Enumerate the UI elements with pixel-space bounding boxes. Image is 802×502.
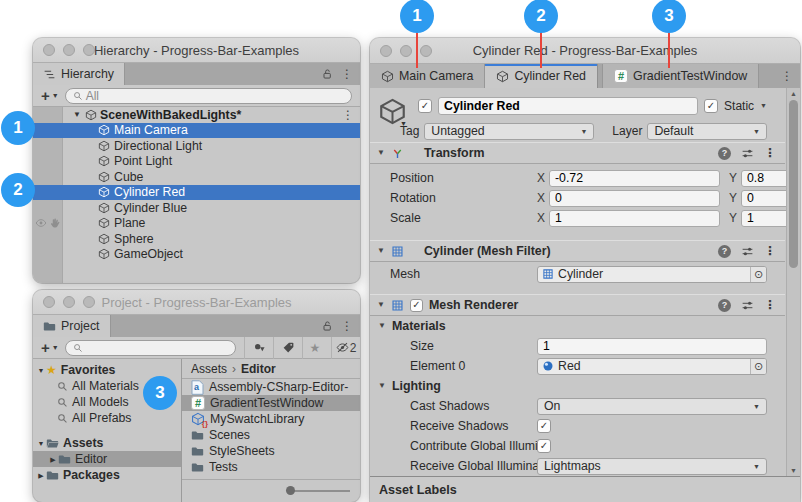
hierarchy-item-sphere[interactable]: Sphere [33,231,360,247]
materials-foldout[interactable]: ▼ Materials [370,316,785,336]
breadcrumb-editor[interactable]: Editor [241,362,276,376]
presets-icon[interactable] [741,245,754,258]
hidden-packages-toggle[interactable]: 2 [331,337,360,359]
close-window-button[interactable] [380,45,392,57]
file-row-gradienttestwindow[interactable]: # GradientTestWindow [182,395,360,411]
component-menu-icon[interactable]: ⋮ [764,245,776,257]
folder-row-packages[interactable]: ▶ Packages [33,467,181,483]
zoom-window-button[interactable] [420,45,432,57]
static-checkbox[interactable]: ✓ [704,99,718,113]
object-picker-icon[interactable]: ⊙ [750,267,766,282]
tab-main-camera[interactable]: Main Camera [370,64,485,88]
foldout-icon[interactable]: ▼ [36,440,46,447]
help-icon[interactable]: ? [718,299,731,312]
minimize-window-button[interactable] [63,44,75,56]
minimize-window-button[interactable] [63,296,75,308]
foldout-icon[interactable]: ▼ [36,367,46,374]
component-menu-icon[interactable]: ⋮ [764,147,776,159]
presets-icon[interactable] [741,147,754,160]
position-x-field[interactable] [549,170,720,187]
foldout-icon[interactable]: ▼ [377,301,385,309]
cast-shadows-dropdown[interactable]: On ▼ [537,398,767,415]
folder-row-editor[interactable]: ▶ Editor [33,451,181,467]
hierarchy-item-gameobject[interactable]: GameObject [33,247,360,263]
foldout-icon[interactable]: ▼ [377,247,385,255]
hierarchy-item-plane[interactable]: Plane [33,216,360,232]
create-asset-button[interactable]: + [41,340,50,355]
active-checkbox[interactable]: ✓ [418,99,432,113]
search-by-label-button[interactable] [273,337,302,359]
inspector-titlebar[interactable]: Cylinder Red - Progress-Bar-Examples [370,38,800,64]
scene-menu-icon[interactable]: ⋮ [342,109,354,121]
hierarchy-item-cylinder-red[interactable]: Cylinder Red [33,185,360,201]
tab-gradienttestwindow[interactable]: # GradientTestWindow [602,64,759,88]
rotation-x-field[interactable] [549,190,720,207]
receive-gi-dropdown[interactable]: Lightmaps ▼ [537,458,767,475]
search-by-type-button[interactable] [244,337,273,359]
create-object-caret-icon[interactable]: ▼ [52,92,59,99]
create-object-button[interactable]: + [41,88,50,103]
close-window-button[interactable] [43,296,55,308]
breadcrumb-assets[interactable]: Assets [191,362,227,376]
scroll-down-icon[interactable]: ▼ [790,467,797,474]
file-row-myswatchlibrary[interactable]: {} MySwatchLibrary [182,411,360,427]
tag-dropdown[interactable]: Untagged ▼ [424,123,594,140]
hierarchy-item-cylinder-blue[interactable]: Cylinder Blue [33,200,360,216]
unlock-icon[interactable] [321,68,333,80]
pickability-hand-icon[interactable] [49,217,61,229]
hierarchy-item-directional-light[interactable]: Directional Light [33,138,360,154]
transform-section-header[interactable]: ▼ Transform ? ⋮ [370,142,785,164]
hierarchy-item-cube[interactable]: Cube [33,169,360,185]
save-search-button[interactable]: ★ [302,337,331,359]
receive-shadows-checkbox[interactable]: ✓ [537,419,551,433]
file-row-stylesheets[interactable]: StyleSheets [182,443,360,459]
help-icon[interactable]: ? [718,245,731,258]
component-menu-icon[interactable]: ⋮ [764,299,776,311]
slider-handle[interactable] [286,486,295,495]
unlock-icon[interactable] [321,320,333,332]
hierarchy-item-point-light[interactable]: Point Light [33,154,360,170]
icon-picker-caret-icon[interactable]: ▼ [400,120,407,127]
foldout-icon[interactable]: ▶ [48,456,58,463]
favorites-item-all-prefabs[interactable]: All Prefabs [33,410,181,426]
layer-dropdown[interactable]: Default ▼ [647,123,767,140]
gameobject-name-field[interactable] [438,97,698,115]
foldout-icon[interactable]: ▼ [377,149,385,157]
mesh-object-field[interactable]: Cylinder ⊙ [537,266,767,283]
mesh-renderer-section-header[interactable]: ▼ ✓ Mesh Renderer ? ⋮ [370,294,785,316]
close-window-button[interactable] [43,44,55,56]
lighting-foldout[interactable]: ▼ Lighting [370,376,785,396]
materials-size-field[interactable] [537,338,767,355]
zoom-window-button[interactable] [83,296,95,308]
zoom-window-button[interactable] [83,44,95,56]
hierarchy-item-main-camera[interactable]: Main Camera [33,123,360,139]
foldout-icon[interactable]: ▶ [36,472,46,479]
hierarchy-search-input[interactable]: All [65,88,352,104]
scene-foldout-icon[interactable]: ▼ [73,110,81,119]
file-row-assembly[interactable]: a Assembly-CSharp-Editor- [182,379,360,395]
tab-hierarchy[interactable]: Hierarchy [33,63,125,85]
minimize-window-button[interactable] [400,45,412,57]
contribute-gi-checkbox[interactable]: ✓ [537,439,551,453]
thumbnail-size-slider[interactable] [288,490,350,492]
asset-labels-footer[interactable]: Asset Labels [370,476,800,502]
material-object-field[interactable]: Red ⊙ [537,358,767,375]
help-icon[interactable]: ? [718,147,731,160]
file-row-tests[interactable]: Tests [182,459,360,475]
create-asset-caret-icon[interactable]: ▼ [52,344,59,351]
tab-project[interactable]: Project [33,315,111,337]
scene-visibility-eye-icon[interactable] [35,217,47,229]
scene-row[interactable]: ▼ SceneWithBakedLights* ⋮ [33,107,360,123]
mesh-filter-section-header[interactable]: ▼ Cylinder (Mesh Filter) ? ⋮ [370,240,785,262]
hierarchy-menu-icon[interactable]: ⋮ [341,68,353,80]
object-picker-icon[interactable]: ⊙ [750,359,766,374]
file-row-scenes[interactable]: Scenes [182,427,360,443]
hierarchy-titlebar[interactable]: Hierarchy - Progress-Bar-Examples [33,38,360,63]
project-menu-icon[interactable]: ⋮ [341,320,353,332]
presets-icon[interactable] [741,299,754,312]
scrollbar-thumb[interactable] [789,100,798,268]
inspector-scrollbar[interactable]: ▲ ▼ [786,88,800,476]
static-caret-icon[interactable]: ▼ [760,102,767,109]
inspector-menu-icon[interactable]: ⋮ [781,70,793,82]
folder-row-assets[interactable]: ▼ Assets [33,435,181,451]
